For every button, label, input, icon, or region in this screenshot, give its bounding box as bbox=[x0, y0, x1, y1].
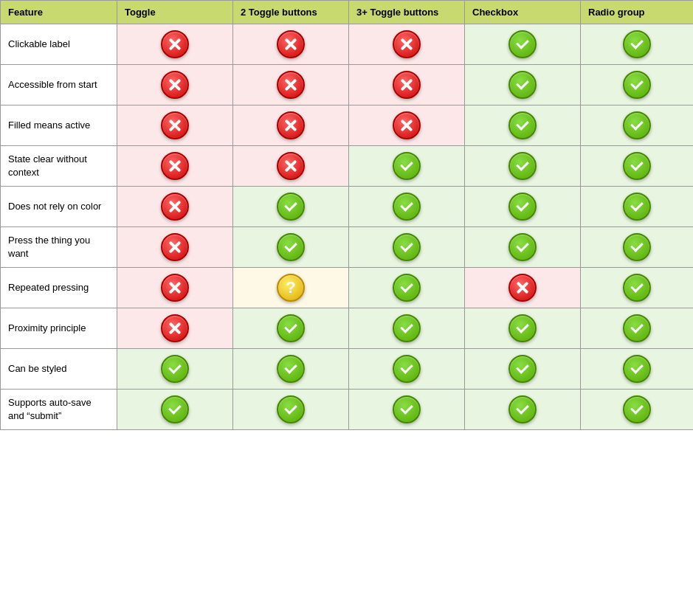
icon-cell-red bbox=[349, 65, 465, 105]
feature-label: Repeated pressing bbox=[1, 268, 117, 308]
icon-cell-green bbox=[117, 390, 233, 430]
icon-cell-green bbox=[581, 390, 694, 430]
feature-label: Clickable label bbox=[1, 24, 117, 65]
icon-cell-red bbox=[117, 187, 233, 227]
icon-cell-green bbox=[581, 268, 694, 308]
feature-label: Proximity principle bbox=[1, 308, 117, 349]
comparison-table: Feature Toggle 2 Toggle buttons 3+ Toggl… bbox=[0, 0, 693, 430]
icon-cell-green bbox=[349, 187, 465, 227]
header-toggle3: 3+ Toggle buttons bbox=[349, 1, 465, 24]
feature-label: Does not rely on color bbox=[1, 187, 117, 227]
icon-cell-green bbox=[465, 308, 581, 349]
icon-cell-green bbox=[349, 349, 465, 390]
icon-cell-green bbox=[233, 349, 349, 390]
icon-cell-green bbox=[233, 227, 349, 268]
icon-cell-green bbox=[581, 146, 694, 187]
icon-cell-red bbox=[465, 268, 581, 308]
table-row: Press the thing you want bbox=[1, 227, 694, 268]
header-radio: Radio group bbox=[581, 1, 694, 24]
icon-cell-green bbox=[349, 390, 465, 430]
icon-cell-green bbox=[581, 227, 694, 268]
icon-cell-green bbox=[581, 65, 694, 105]
icon-cell-green bbox=[233, 187, 349, 227]
feature-label: Supports auto-save and “submit” bbox=[1, 390, 117, 430]
table-row: Does not rely on color bbox=[1, 187, 694, 227]
icon-cell-red bbox=[117, 65, 233, 105]
icon-cell-green bbox=[233, 390, 349, 430]
feature-label: Filled means active bbox=[1, 105, 117, 146]
icon-cell-green bbox=[465, 146, 581, 187]
icon-cell-red bbox=[117, 308, 233, 349]
icon-cell-green bbox=[233, 308, 349, 349]
icon-cell-green bbox=[465, 390, 581, 430]
icon-cell-red bbox=[117, 24, 233, 65]
table-row: Accessible from start bbox=[1, 65, 694, 105]
icon-cell-red bbox=[117, 227, 233, 268]
icon-cell-red bbox=[117, 146, 233, 187]
icon-cell-green bbox=[581, 308, 694, 349]
table-row: Filled means active bbox=[1, 105, 694, 146]
icon-cell-green bbox=[349, 146, 465, 187]
icon-cell-red bbox=[233, 24, 349, 65]
icon-cell-green bbox=[581, 24, 694, 65]
icon-cell-green bbox=[465, 65, 581, 105]
icon-cell-green bbox=[465, 187, 581, 227]
table-row: Can be styled bbox=[1, 349, 694, 390]
icon-cell-green bbox=[117, 349, 233, 390]
icon-cell-green bbox=[581, 349, 694, 390]
icon-cell-green bbox=[349, 227, 465, 268]
icon-cell-green bbox=[465, 24, 581, 65]
header-checkbox: Checkbox bbox=[465, 1, 581, 24]
feature-label: State clear without context bbox=[1, 146, 117, 187]
icon-cell-red bbox=[349, 105, 465, 146]
table-row: Supports auto-save and “submit” bbox=[1, 390, 694, 430]
icon-cell-green bbox=[581, 187, 694, 227]
icon-cell-red bbox=[117, 268, 233, 308]
feature-label: Accessible from start bbox=[1, 65, 117, 105]
icon-cell-green bbox=[581, 105, 694, 146]
feature-label: Press the thing you want bbox=[1, 227, 117, 268]
icon-cell-green bbox=[465, 227, 581, 268]
feature-label: Can be styled bbox=[1, 349, 117, 390]
icon-cell-red bbox=[349, 24, 465, 65]
icon-cell-yellow: ? bbox=[233, 268, 349, 308]
header-feature: Feature bbox=[1, 1, 117, 24]
table-row: Clickable label bbox=[1, 24, 694, 65]
icon-cell-red bbox=[117, 105, 233, 146]
icon-cell-green bbox=[465, 349, 581, 390]
icon-cell-green bbox=[349, 268, 465, 308]
icon-cell-red bbox=[233, 65, 349, 105]
header-toggle2: 2 Toggle buttons bbox=[233, 1, 349, 24]
table-row: Repeated pressing? bbox=[1, 268, 694, 308]
table-row: State clear without context bbox=[1, 146, 694, 187]
icon-cell-red bbox=[233, 146, 349, 187]
table-row: Proximity principle bbox=[1, 308, 694, 349]
icon-cell-red bbox=[233, 105, 349, 146]
header-toggle: Toggle bbox=[117, 1, 233, 24]
icon-cell-green bbox=[465, 105, 581, 146]
icon-cell-green bbox=[349, 308, 465, 349]
